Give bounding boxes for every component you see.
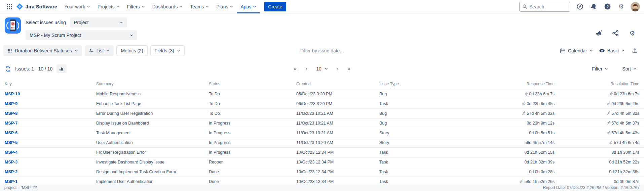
runner-icon (606, 101, 611, 106)
page-size-dropdown[interactable]: 10 (316, 66, 328, 71)
gear-icon: ⚙ (629, 30, 635, 37)
sort-dropdown[interactable]: Sort (622, 66, 637, 71)
key-cell: MSP-9 (0, 99, 96, 109)
eye-icon (599, 48, 605, 54)
resolution-time-cell: 57d 4h 6m 4s (555, 138, 644, 148)
external-link-icon (33, 186, 37, 190)
key-cell: MSP-8 (0, 109, 96, 118)
nav-item-your-work[interactable]: Your work (61, 0, 94, 13)
report-type-dropdown[interactable]: Duration Between Statuses (3, 45, 82, 56)
project-dropdown[interactable]: MSP - My Scrum Project (26, 30, 137, 40)
jira-logo[interactable]: Jira Software (15, 3, 61, 10)
search-icon (522, 4, 527, 9)
discover-button[interactable] (575, 2, 584, 11)
chevron-down-icon (325, 67, 328, 70)
issues-table: KeySummaryStatusCreatedIssue TypeRespons… (0, 79, 644, 187)
issue-key-link[interactable]: MSP-3 (5, 160, 17, 164)
first-page-button[interactable]: « (294, 66, 297, 71)
calendar-icon (560, 48, 566, 54)
nav-item-label: Teams (190, 4, 204, 9)
chevron-down-icon (605, 67, 608, 70)
status-cell: Reopen (209, 157, 296, 167)
metrics-button[interactable]: Metrics (2) (116, 45, 147, 56)
issue-key-link[interactable]: MSP-8 (5, 111, 17, 116)
resolution-time-cell: 0d 23h 6m 45s (555, 99, 644, 109)
chevron-down-icon (87, 5, 90, 8)
issue-key-link[interactable]: MSP-5 (5, 140, 17, 145)
created-cell: 10/Oct/23 12:34 PM (296, 167, 379, 177)
issue-key-link[interactable]: MSP-4 (5, 150, 17, 155)
toolbar-right: Calendar Basic (560, 46, 639, 55)
summary-cell: Design and Implement Task Creation Form (96, 167, 209, 177)
nav-item-plans[interactable]: Plans (213, 0, 237, 13)
compass-icon (576, 3, 583, 10)
issue-key-link[interactable]: MSP-7 (5, 121, 17, 126)
resolution-time-value: 57d 4h 6m 4s (614, 140, 639, 145)
select-issues-dropdown[interactable]: Project (70, 17, 127, 28)
nav-right: ? ⚙ (519, 2, 640, 12)
display-mode-dropdown[interactable]: Basic (599, 48, 624, 54)
last-page-button[interactable]: » (347, 66, 350, 71)
app-settings-button[interactable]: ⚙ (628, 29, 637, 38)
chart-view-button[interactable] (56, 64, 67, 73)
table-row: MSP-3Investigate Dashboard Display Issue… (0, 157, 644, 167)
page-size-value: 10 (316, 66, 321, 71)
response-time-value: 0d 23h 6m 45s (527, 101, 555, 106)
response-time-cell: 0d 21h 32m 39s (437, 157, 555, 167)
next-page-button[interactable]: › (337, 66, 339, 71)
help-icon: ? (604, 3, 611, 10)
share-button[interactable] (611, 29, 620, 38)
nav-item-projects[interactable]: Projects (94, 0, 123, 13)
settings-button[interactable]: ⚙ (617, 2, 626, 11)
issue-key-link[interactable]: MSP-10 (5, 92, 20, 96)
user-avatar[interactable] (631, 2, 640, 11)
nav-item-teams[interactable]: Teams (186, 0, 213, 13)
open-jql-button[interactable] (33, 186, 37, 190)
chevron-down-icon (106, 49, 110, 52)
summary-cell: Mobile Responsiveness (96, 89, 209, 99)
sort-label: Sort (622, 66, 631, 71)
issue-key-link[interactable]: MSP-9 (5, 101, 17, 106)
fields-dropdown[interactable]: Fields (3) (150, 45, 185, 56)
summary-cell: Investigate Dashboard Display Issue (96, 157, 209, 167)
refresh-button[interactable] (5, 66, 11, 72)
create-button[interactable]: Create (264, 2, 286, 11)
created-cell: 10/Oct/23 12:34 PM (296, 157, 379, 167)
jql-query: project = 'MSP' (4, 185, 37, 190)
export-button[interactable] (631, 46, 639, 55)
table-row: MSP-7Display Issue on DashboardIn Progre… (0, 118, 644, 128)
filter-dropdown[interactable]: Filter (592, 66, 608, 71)
summary-cell: User Authentication (96, 138, 209, 148)
chevron-down-icon (75, 49, 78, 52)
issue-key-link[interactable]: MSP-6 (5, 131, 17, 135)
issue-key-link[interactable]: MSP-1 (5, 179, 17, 184)
issues-table-body: MSP-10Mobile ResponsivenessTo Do06/Dec/2… (0, 89, 644, 187)
help-button[interactable]: ? (603, 2, 612, 11)
status-cell: In Progress (209, 148, 296, 157)
issues-count-label: Issues: 1 - 10 / 10 (15, 66, 52, 71)
top-nav: Jira Software Your workProjectsFiltersDa… (0, 0, 644, 13)
sliders-icon (89, 48, 94, 53)
issue-date-filter-input[interactable] (267, 46, 378, 56)
nav-item-dashboards[interactable]: Dashboards (149, 0, 187, 13)
calendar-dropdown[interactable]: Calendar (560, 48, 593, 54)
announcements-button[interactable] (594, 29, 603, 38)
chevron-down-icon (120, 21, 123, 24)
created-cell: 06/Dec/23 3:20 PM (296, 89, 379, 99)
app-switcher-button[interactable] (4, 1, 15, 12)
nav-item-apps[interactable]: Apps (237, 0, 260, 13)
view-type-dropdown[interactable]: List (85, 45, 114, 56)
resolution-time-value: 57d 4h 5m 32s (611, 111, 639, 116)
summary-cell: Display Issue on Dashboard (96, 118, 209, 128)
gear-icon: ⚙ (618, 3, 624, 10)
chevron-down-icon (130, 34, 133, 37)
issue-key-link[interactable]: MSP-2 (5, 170, 17, 174)
resolution-time-cell: 57d 4h 5m 32s (555, 109, 644, 118)
prev-page-button[interactable]: ‹ (306, 66, 307, 71)
summary-cell: Fix User Registration Error (96, 148, 209, 157)
nav-item-filters[interactable]: Filters (123, 0, 149, 13)
nav-item-label: Projects (98, 4, 115, 9)
resolution-time-value: 0d 23h 6m 45s (611, 101, 639, 106)
notifications-button[interactable] (589, 2, 598, 11)
search-input[interactable] (529, 4, 567, 9)
